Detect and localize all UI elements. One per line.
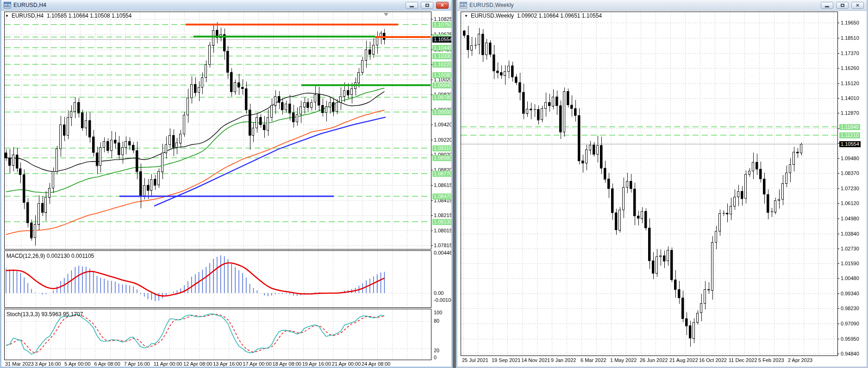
time-tick-label: 6 Apr 08:00	[94, 361, 120, 367]
stoch-scale-label: 100	[434, 310, 442, 316]
time-tick-label: 12 Apr 08:00	[183, 361, 212, 367]
window-title: EURUSD,Weekly	[469, 2, 514, 8]
price-tick-label: 1.04980	[841, 216, 859, 222]
price-tick-label: 1.09480	[841, 156, 859, 162]
time-tick-label: 17 Apr 00:00	[243, 361, 271, 367]
time-tick-label: 5 Feb 2023	[758, 357, 784, 363]
time-tick-label: 9 Jan 2022	[551, 357, 576, 363]
price-tick-label: 1.00480	[841, 275, 859, 281]
titlebar-weekly[interactable]: EURUSD,Weekly ✕	[457, 0, 867, 11]
time-tick-label: 19 Sep 2021	[492, 357, 520, 363]
time-tick-label: 21 Apr 00:00	[332, 361, 361, 367]
price-tick-label: 1.06120	[841, 200, 859, 206]
price-tick-label: 1.09220	[434, 137, 452, 143]
price-tick-label: 1.09420	[434, 122, 452, 128]
window-eurusd-h4[interactable]: EURUSD,H4 ✕ ▼EURUSD,H4 1.10585 1.10664 1…	[0, 0, 453, 368]
ohlc-readout: EURUSD,H4 1.10585 1.10664 1.10508 1.1055…	[12, 12, 132, 19]
macd-scale-label: 0.00	[434, 290, 443, 296]
restore-button[interactable]	[421, 2, 433, 9]
time-tick-label: 31 Mar 2023	[5, 361, 34, 367]
price-tick-label: 0.99340	[841, 291, 859, 297]
macd-scale-label: 0.004461	[434, 250, 453, 256]
price-tick-label: 1.08215	[434, 212, 452, 218]
price-tick-label: 0.95950	[841, 336, 859, 342]
price-tick-label: 1.08615	[434, 182, 452, 188]
chart-area-weekly[interactable]: ▼EURUSD,Weekly 1.09902 1.10664 1.09651 1…	[457, 11, 867, 367]
time-tick-label: 2 Apr 2023	[788, 357, 812, 363]
time-tick-label: 5 Apr 00:00	[64, 361, 90, 367]
price-tick-label: 0.94840	[841, 351, 859, 357]
time-tick-label: 25 Jul 2021	[462, 357, 488, 363]
level-price-label: 1.11840	[839, 124, 860, 130]
time-tick-label: 21 Aug 2022	[669, 357, 698, 363]
stoch-scale-label: 0	[434, 355, 437, 361]
time-tick-label: 16 Oct 2022	[699, 357, 727, 363]
time-tick-label: 26 Jun 2022	[640, 357, 668, 363]
price-tick-label: 1.07230	[841, 186, 859, 192]
close-button[interactable]: ✕	[851, 2, 864, 9]
price-tick-label: 1.08370	[841, 170, 859, 176]
price-tick-label: 1.19650	[841, 20, 859, 26]
price-tick-label: 0.97090	[841, 321, 859, 327]
time-tick-label: 1 May 2022	[610, 357, 637, 363]
level-price-label: 1.09110	[432, 145, 453, 151]
price-tick-label: 1.07815	[434, 243, 452, 249]
price-tick-label: 0.98230	[841, 306, 859, 312]
minimize-button[interactable]	[406, 2, 418, 9]
restore-button[interactable]	[836, 2, 849, 9]
level-price-label: 1.10330	[432, 53, 453, 59]
level-price-label: 1.10750	[432, 22, 453, 28]
minimize-button[interactable]	[821, 2, 833, 9]
chart-icon	[4, 2, 11, 8]
time-tick-label: 3 Apr 16:00	[35, 361, 61, 367]
price-tick-label: 1.18510	[841, 35, 859, 41]
window-eurusd-weekly[interactable]: EURUSD,Weekly ✕ ▼EURUSD,Weekly 1.09902 1…	[456, 0, 868, 368]
macd-indicator-label: MACD(12,26,9) 0.002130 0.001105	[6, 253, 94, 259]
level-price-label: 1.09785	[432, 94, 453, 100]
chart-header-h4: ▼EURUSD,H4 1.10585 1.10664 1.10508 1.105…	[5, 12, 131, 19]
bid-price-label: 1.10554	[839, 141, 861, 147]
time-tick-label: 11 Apr 00:00	[154, 361, 182, 367]
price-tick-label: 1.14010	[841, 95, 859, 101]
bid-price-label: 1.10554	[432, 37, 453, 43]
level-price-label: 1.08470	[432, 193, 453, 200]
level-price-label: 1.11210	[839, 132, 860, 138]
close-button[interactable]: ✕	[436, 2, 449, 9]
ohlc-readout: EURUSD,Weekly 1.09902 1.10664 1.09651 1.…	[471, 12, 602, 19]
price-tick-label: 1.03840	[841, 231, 859, 237]
level-price-label: 1.10220	[432, 62, 453, 68]
price-tick-label: 1.02730	[841, 246, 859, 252]
time-tick-label: 6 Mar 2022	[581, 357, 606, 363]
price-tick-label: 1.12870	[841, 110, 859, 116]
time-tick-label: 14 Nov 2021	[521, 357, 550, 363]
price-tick-label: 1.08015	[434, 228, 452, 234]
price-tick-label: 1.16260	[841, 65, 859, 71]
collapse-arrow-icon: ▼	[5, 14, 9, 18]
price-tick-label: 1.17370	[841, 50, 859, 56]
price-tick-label: 1.10825	[434, 16, 452, 22]
level-price-label: 1.09590	[432, 109, 453, 115]
time-tick-label: 7 Apr 16:00	[124, 361, 150, 367]
level-price-label: 1.08130	[432, 219, 453, 225]
level-price-label: 1.10080	[432, 72, 453, 78]
time-tick-label: 11 Dec 2022	[729, 357, 757, 363]
time-tick-label: 19 Apr 16:00	[302, 361, 331, 367]
time-tick-label: 13 Apr 16:00	[213, 361, 242, 367]
window-title: EURUSD,H4	[13, 2, 46, 8]
stoch-scale-label: 20	[434, 348, 439, 354]
price-tick-label: 1.01590	[841, 261, 859, 267]
time-tick-label: 18 Apr 08:00	[273, 361, 301, 367]
level-price-label: 1.08980	[432, 155, 453, 161]
level-price-label: 1.09945	[432, 82, 453, 88]
stoch-indicator-label: Stoch(13,3,3) 93.5963 95.1707	[6, 311, 83, 318]
price-tick-label: 1.15120	[841, 81, 859, 87]
stoch-scale-label: 80	[434, 318, 439, 324]
chart-area-h4[interactable]: ▼EURUSD,H4 1.10585 1.10664 1.10508 1.105…	[1, 11, 451, 367]
macd-scale-label: -0.001042	[434, 297, 453, 303]
chart-header-weekly: ▼EURUSD,Weekly 1.09902 1.10664 1.09651 1…	[464, 12, 602, 19]
chart-shift-marker-icon[interactable]	[384, 13, 388, 16]
collapse-arrow-icon: ▼	[464, 14, 468, 18]
chart-icon	[460, 2, 467, 8]
titlebar-h4[interactable]: EURUSD,H4 ✕	[1, 0, 451, 11]
level-price-label: 1.10445	[432, 45, 453, 51]
